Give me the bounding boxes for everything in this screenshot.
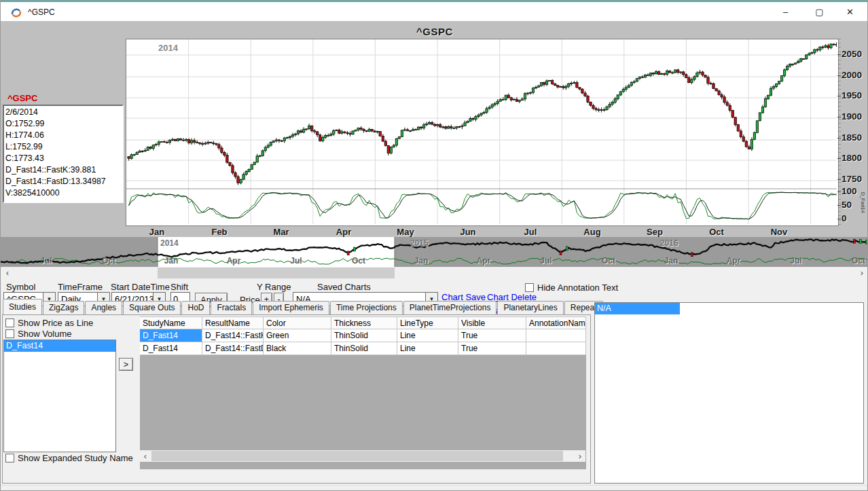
navigator-quarter-label: Apr xyxy=(477,256,491,266)
window-title: ^GSPC xyxy=(28,7,55,17)
title-bar: ^GSPC – ▢ ✕ xyxy=(1,1,868,22)
navigator-year-label: 2015 xyxy=(410,238,429,248)
table-cell[interactable]: Line xyxy=(397,329,458,342)
saved-charts-label: Saved Charts xyxy=(317,282,371,292)
tab-strip: StudiesZigZagsAnglesSquare OutsHoDFracta… xyxy=(3,301,604,314)
status-bar xyxy=(1,485,868,491)
show-price-checkbox-row[interactable]: Show Price as Line xyxy=(5,318,93,328)
table-cell[interactable] xyxy=(526,329,586,342)
navigator-quarter-label: Jul xyxy=(290,256,302,266)
scroll-right-arrow-icon[interactable]: › xyxy=(856,267,867,279)
chart-region: ^GSPC ^GSPC 2/6/2014O:1752.99H:1774.06L:… xyxy=(1,21,868,279)
price-tick-mark xyxy=(837,75,841,76)
tab-time-projections[interactable]: Time Projections xyxy=(330,301,403,314)
hide-annotation-label: Hide Annotation Text xyxy=(537,283,618,293)
month-label: Nov xyxy=(771,227,788,237)
quote-info-line: 2/6/2014 xyxy=(5,107,121,118)
price-chart-plot[interactable] xyxy=(126,39,839,226)
table-header-studyname[interactable]: StudyName xyxy=(140,316,202,329)
study-table-scroll-thumb[interactable] xyxy=(151,451,563,461)
navigator-scrollbar[interactable]: ‹ › xyxy=(1,267,868,279)
chart-year-label: 2014 xyxy=(158,43,178,53)
table-cell[interactable]: Green xyxy=(264,329,331,342)
navigator-quarter-label: Oct xyxy=(602,256,615,266)
table-header-visible[interactable]: Visible xyxy=(458,316,526,329)
table-cell[interactable]: Line xyxy=(397,342,458,355)
show-expanded-label: Show Expanded Study Name xyxy=(18,453,133,463)
tab-planettimeprojections[interactable]: PlanetTimeProjections xyxy=(403,301,497,314)
chart-navigator[interactable]: JulOctJanAprJulOctJanAprJulOctJanAprJulO… xyxy=(1,237,868,267)
month-label: Jul xyxy=(524,227,537,237)
app-window: { "window": { "title": "^GSPC", "control… xyxy=(0,0,868,491)
quote-info-line: D_Fast14::FastK:39.881 xyxy=(5,164,121,176)
study-listbox[interactable]: D_Fast14 xyxy=(3,340,116,452)
table-cell[interactable]: Black xyxy=(264,342,331,355)
table-header-thickness[interactable]: Thickness xyxy=(331,316,397,329)
show-volume-label: Show Volume xyxy=(18,329,72,339)
show-volume-checkbox[interactable] xyxy=(5,329,14,338)
show-volume-checkbox-row[interactable]: Show Volume xyxy=(5,329,72,339)
move-study-button[interactable]: > xyxy=(119,358,133,371)
show-expanded-checkbox[interactable] xyxy=(5,454,14,462)
navigator-quarter-label: Apr xyxy=(227,256,241,266)
month-label: Mar xyxy=(273,227,289,237)
scroll-left-arrow-icon[interactable]: ‹ xyxy=(2,267,13,279)
price-tick-label: 1750 xyxy=(842,174,867,184)
navigator-quarter-label: Oct xyxy=(852,256,865,266)
table-cell[interactable]: True xyxy=(458,329,526,342)
table-cell[interactable]: D_Fast14::FastK xyxy=(202,329,264,342)
month-label: May xyxy=(397,227,414,237)
tab-square-outs[interactable]: Square Outs xyxy=(123,301,181,314)
quote-info-line: L:1752.99 xyxy=(5,141,121,153)
annotation-list-item[interactable]: N/A xyxy=(595,303,680,314)
hide-annotation-checkbox-row[interactable]: Hide Annotation Text xyxy=(525,283,618,293)
table-cell[interactable] xyxy=(526,342,586,355)
tab-import-ephemeris[interactable]: Import Ephemeris xyxy=(253,301,329,314)
table-cell[interactable]: D_Fast14::FastD xyxy=(202,342,264,355)
show-expanded-checkbox-row[interactable]: Show Expanded Study Name xyxy=(5,453,133,463)
tab-zigzags[interactable]: ZigZags xyxy=(43,301,84,314)
navigator-quarter-label: Jul xyxy=(790,256,801,266)
table-cell[interactable]: ThinSolid xyxy=(331,329,397,342)
close-button[interactable]: ✕ xyxy=(835,2,865,22)
study-list-item[interactable]: D_Fast14 xyxy=(4,340,115,352)
table-cell[interactable]: ThinSolid xyxy=(331,342,397,355)
table-cell[interactable]: D_Fast14 xyxy=(140,342,202,355)
tab-studies[interactable]: Studies xyxy=(3,299,42,314)
scroll-right-arrow-icon[interactable]: › xyxy=(575,450,585,462)
quote-info-line: O:1752.99 xyxy=(5,118,121,130)
hide-annotation-checkbox[interactable] xyxy=(525,283,534,292)
table-header-annotationname[interactable]: AnnotationName xyxy=(526,316,586,329)
navigator-quarter-label: Oct xyxy=(102,256,115,266)
indicator-tick-mark xyxy=(837,205,841,206)
table-header-color[interactable]: Color xyxy=(264,316,331,329)
tab-planetarylines[interactable]: PlanetaryLines xyxy=(497,301,563,314)
table-cell[interactable]: True xyxy=(458,342,526,355)
price-tick-label: 1850 xyxy=(842,132,867,143)
navigator-quarter-label: Apr xyxy=(727,256,741,266)
study-table-scrollbar[interactable]: ‹ › xyxy=(140,450,585,462)
navigator-scroll-thumb[interactable] xyxy=(158,268,395,278)
price-tick-mark xyxy=(837,117,841,117)
maximize-button[interactable]: ▢ xyxy=(804,2,835,22)
price-tick-label: 2050 xyxy=(842,49,867,59)
navigator-quarter-label: Jul xyxy=(540,256,551,266)
scroll-left-arrow-icon[interactable]: ‹ xyxy=(140,450,151,462)
annotation-listbox[interactable]: N/A xyxy=(594,302,864,484)
minimize-button[interactable]: – xyxy=(770,2,801,22)
tab-fractals[interactable]: Fractals xyxy=(211,301,252,314)
symbol-label-red: ^GSPC xyxy=(7,93,37,103)
navigator-year-label: 2014 xyxy=(160,238,179,248)
table-header-linetype[interactable]: LineType xyxy=(397,316,458,329)
tab-hod[interactable]: HoD xyxy=(181,301,210,314)
table-cell[interactable]: D_Fast14 xyxy=(140,329,202,342)
tab-angles[interactable]: Angles xyxy=(85,301,122,314)
indicator-side-label: D_Fast14 xyxy=(861,192,865,213)
indicator-tick-mark xyxy=(837,219,841,219)
price-tick-mark xyxy=(837,158,841,159)
table-header-resultname[interactable]: ResultName xyxy=(202,316,264,329)
show-price-checkbox[interactable] xyxy=(5,319,14,327)
navigator-quarter-label: Jan xyxy=(164,256,179,266)
quote-info-panel: 2/6/2014O:1752.99H:1774.06L:1752.99C:177… xyxy=(3,105,124,203)
indicator-tick-mark xyxy=(837,192,841,192)
